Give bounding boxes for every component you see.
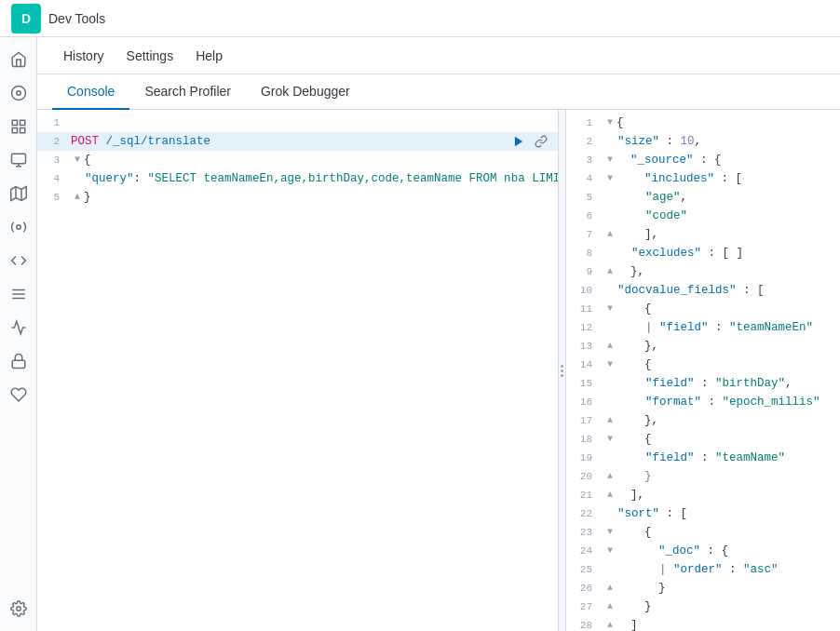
r-line-22: 22 "sort" : [ (566, 504, 840, 523)
r-line-7: 7 ▲ ], (566, 225, 840, 244)
r-line-16: 16 "format" : "epoch_millis" (566, 393, 840, 411)
sidebar-icon-maps[interactable] (4, 179, 34, 208)
svg-point-17 (16, 607, 20, 611)
svg-point-1 (16, 91, 20, 96)
sidebar-icon-discover[interactable] (4, 78, 34, 108)
left-editor[interactable]: 1 2 POST /_sql/translate (37, 110, 559, 631)
editor-divider[interactable] (559, 110, 566, 631)
r-line-23: 23 ▼ { (566, 523, 840, 542)
r-line-28: 28 ▲ ] (566, 616, 840, 631)
svg-rect-2 (12, 120, 17, 125)
r-line-24: 24 ▼ "_doc" : { (566, 542, 840, 560)
left-line-1: 1 (37, 114, 558, 132)
r-line-4: 4 ▼ "includes" : [ (566, 169, 840, 188)
left-line-4: 4 "query": "SELECT teamNameEn,age,birthD… (37, 169, 558, 188)
kibana-logo: D (11, 4, 41, 34)
right-code-block: 1 ▼ { 2 "size" : 10, 3 ▼ "_source" : { (566, 110, 840, 631)
r-line-26: 26 ▲ } (566, 579, 840, 597)
r-line-1: 1 ▼ { (566, 114, 840, 132)
editor-area: 1 2 POST /_sql/translate (37, 110, 840, 631)
svg-rect-4 (12, 128, 17, 133)
sidebar-icon-security[interactable] (4, 346, 34, 376)
r-line-14: 14 ▼ { (566, 356, 840, 374)
r-line-12: 12 | "field" : "teamNameEn" (566, 318, 840, 337)
run-button[interactable] (509, 132, 528, 151)
tab-grok-debugger[interactable]: Grok Debugger (246, 74, 365, 110)
r-line-10: 10 "docvalue_fields" : [ (566, 281, 840, 300)
r-line-21: 21 ▲ ], (566, 486, 840, 504)
tab-console[interactable]: Console (52, 74, 129, 110)
r-line-15: 15 "field" : "birthDay", (566, 374, 840, 393)
copy-button[interactable] (532, 132, 550, 151)
svg-rect-16 (12, 360, 25, 368)
svg-marker-18 (515, 137, 522, 147)
r-line-18: 18 ▼ { (566, 430, 840, 449)
r-line-11: 11 ▼ { (566, 300, 840, 318)
line-2-actions (509, 132, 558, 151)
sidebar-icon-visualize[interactable] (4, 112, 34, 141)
sidebar-icon-dashboard[interactable] (4, 145, 34, 175)
nav-help[interactable]: Help (184, 37, 234, 74)
r-line-20: 20 ▲ } (566, 467, 840, 486)
sidebar-icon-home[interactable] (4, 45, 34, 74)
sidebar-icon-gear[interactable] (4, 594, 34, 624)
content-area: History Settings Help Console Search Pro… (37, 37, 840, 631)
nav-bar: History Settings Help (37, 37, 840, 74)
svg-point-12 (16, 225, 20, 230)
nav-settings[interactable]: Settings (115, 37, 185, 74)
app-title: Dev Tools (48, 11, 105, 26)
top-bar: D Dev Tools (0, 0, 840, 37)
r-line-25: 25 | "order" : "asc" (566, 560, 840, 579)
sidebar-icon-management[interactable] (4, 279, 34, 309)
left-line-3: 3 ▼ { (37, 151, 558, 169)
right-editor[interactable]: 1 ▼ { 2 "size" : 10, 3 ▼ "_source" : { (566, 110, 840, 631)
r-line-9: 9 ▲ }, (566, 262, 840, 281)
r-line-27: 27 ▲ } (566, 597, 840, 616)
sidebar-icon-ml[interactable] (4, 212, 34, 242)
left-line-5: 5 ▲ } (37, 188, 558, 207)
left-line-2: 2 POST /_sql/translate (37, 132, 558, 151)
svg-rect-6 (11, 154, 25, 164)
main-layout: History Settings Help Console Search Pro… (0, 37, 840, 631)
svg-marker-9 (10, 187, 26, 201)
tab-search-profiler[interactable]: Search Profiler (129, 74, 246, 110)
r-line-17: 17 ▲ }, (566, 411, 840, 430)
sidebar-icon-apm[interactable] (4, 313, 34, 342)
sidebar (0, 37, 37, 631)
r-line-6: 6 "code" (566, 207, 840, 225)
sidebar-icon-observability[interactable] (4, 380, 34, 409)
svg-rect-5 (20, 128, 24, 133)
svg-point-0 (11, 87, 25, 101)
r-line-13: 13 ▲ }, (566, 337, 840, 356)
nav-history[interactable]: History (52, 37, 115, 74)
r-line-3: 3 ▼ "_source" : { (566, 151, 840, 169)
left-code-block: 1 2 POST /_sql/translate (37, 110, 558, 210)
tabs-bar: Console Search Profiler Grok Debugger (37, 74, 840, 110)
r-line-8: 8 "excludes" : [ ] (566, 244, 840, 262)
sidebar-icon-devtools[interactable] (4, 246, 34, 275)
r-line-2: 2 "size" : 10, (566, 132, 840, 151)
r-line-5: 5 "age", (566, 188, 840, 207)
r-line-19: 19 "field" : "teamName" (566, 449, 840, 467)
svg-rect-3 (20, 120, 24, 125)
